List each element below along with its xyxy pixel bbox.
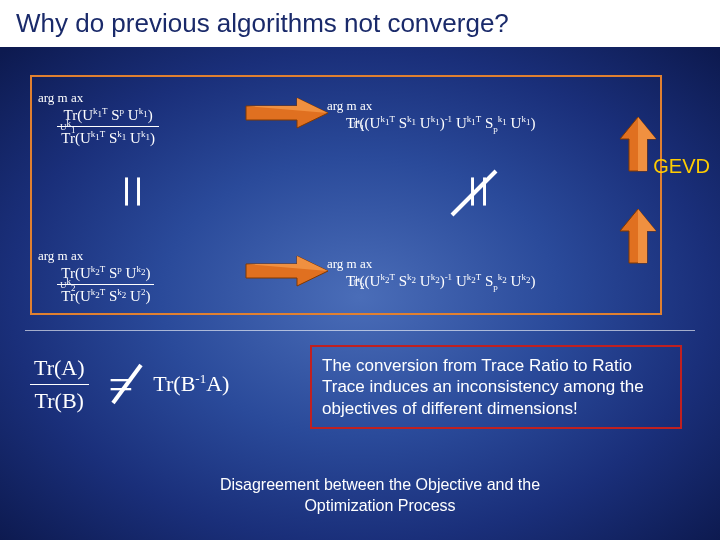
eq-bottom-right: arg m axUk2 Tr((Uk2T Sk2 Uk2)-1 Uk2T Spk… — [327, 255, 535, 292]
arrow-up-top-icon — [618, 115, 658, 175]
equals-left-icon: = — [98, 175, 167, 209]
bottom-inequality: Tr(A) Tr(B) = Tr(B-1A) — [30, 355, 229, 414]
eq-top-right: arg m axUk1 Tr((Uk1T Sk1 Uk1)-1 Uk1T Spk… — [327, 97, 535, 134]
arrow-right-bottom-icon — [242, 253, 332, 289]
not-equal-slash-icon — [444, 165, 504, 225]
svg-marker-3 — [246, 256, 328, 286]
svg-marker-1 — [246, 98, 328, 128]
slide-title: Why do previous algorithms not converge? — [0, 0, 720, 47]
arrow-right-top-icon — [242, 95, 332, 131]
caption: Disagreement between the Objective and t… — [180, 475, 580, 517]
not-equal-icon: = — [109, 359, 134, 410]
svg-line-0 — [452, 171, 496, 215]
gevd-label: GEVD — [653, 155, 710, 178]
arrow-up-bottom-icon — [618, 207, 658, 267]
explanation-box: The conversion from Trace Ratio to Ratio… — [310, 345, 682, 429]
svg-line-9 — [113, 365, 141, 403]
divider — [25, 330, 695, 331]
main-boxed-region: arg m axUk1 Tr(Uk1T Sp Uk1) Tr(Uk1T Sk1 … — [30, 75, 662, 315]
eq-bottom-left: arg m axUk2 Tr(Uk2T Sp Uk2) Tr(Uk2T Sk2 … — [38, 247, 154, 305]
svg-marker-8 — [638, 209, 656, 263]
eq-top-left: arg m axUk1 Tr(Uk1T Sp Uk1) Tr(Uk1T Sk1 … — [38, 89, 159, 147]
